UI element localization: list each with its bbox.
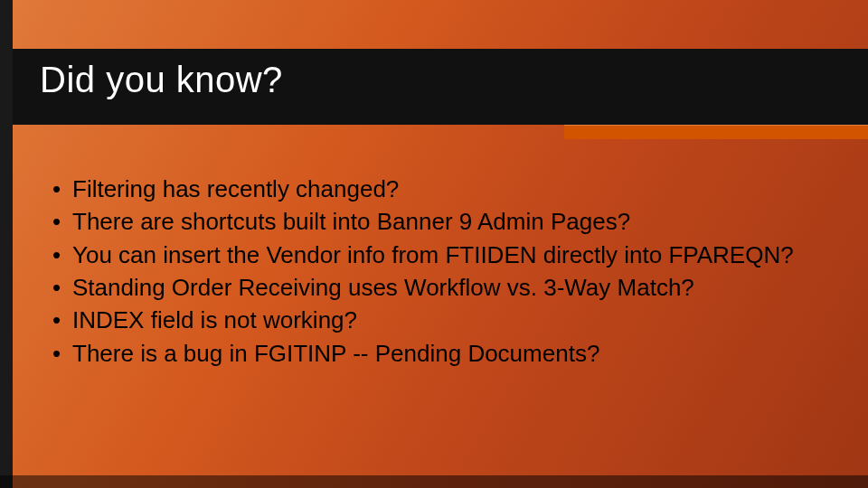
bullet-icon: •: [52, 206, 72, 237]
list-item: • Filtering has recently changed?: [52, 174, 830, 204]
list-item-text: There are shortcuts built into Banner 9 …: [72, 206, 830, 237]
bullet-icon: •: [52, 305, 72, 335]
list-item-text: INDEX field is not working?: [72, 305, 830, 335]
slide-title: Did you know?: [40, 60, 283, 100]
bullet-icon: •: [52, 272, 72, 303]
accent-bar: [564, 125, 868, 139]
left-edge-strip: [0, 0, 13, 488]
list-item: • There are shortcuts built into Banner …: [52, 206, 830, 237]
bullet-icon: •: [52, 174, 72, 204]
list-item-text: There is a bug in FGITINP -- Pending Doc…: [72, 338, 830, 369]
list-item: • Standing Order Receiving uses Workflow…: [52, 272, 830, 303]
list-item-text: Filtering has recently changed?: [72, 174, 830, 204]
bullet-icon: •: [52, 338, 72, 369]
list-item: • There is a bug in FGITINP -- Pending D…: [52, 338, 830, 369]
list-item: • You can insert the Vendor info from FT…: [52, 239, 830, 270]
bullet-list: • Filtering has recently changed? • Ther…: [52, 174, 830, 371]
list-item: • INDEX field is not working?: [52, 305, 830, 335]
list-item-text: You can insert the Vendor info from FTII…: [72, 239, 830, 270]
bottom-shadow-bar: [0, 475, 868, 488]
list-item-text: Standing Order Receiving uses Workflow v…: [72, 272, 830, 303]
bullet-icon: •: [52, 239, 72, 270]
